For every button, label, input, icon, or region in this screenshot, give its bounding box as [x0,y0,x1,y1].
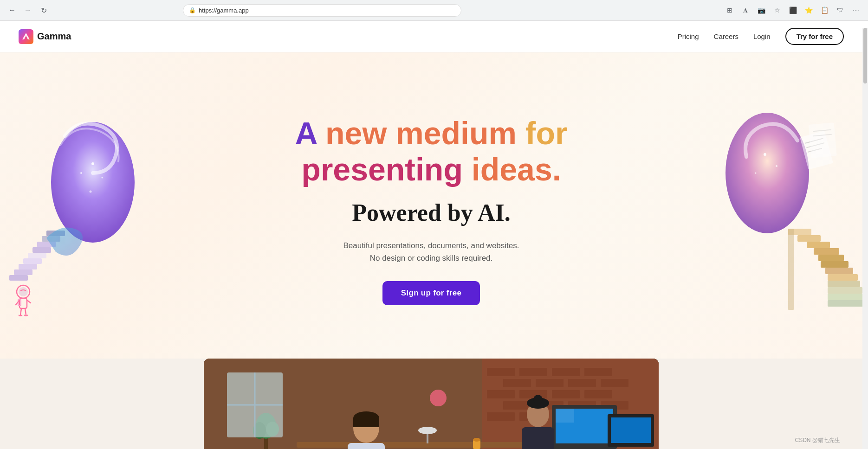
hero-title: A new medium for presenting ideas. [295,115,568,187]
svg-rect-59 [519,390,547,398]
svg-rect-50 [487,368,515,376]
svg-rect-77 [611,417,651,443]
forward-button[interactable]: → [21,4,34,17]
tab-action-btn[interactable]: ⊞ [723,4,736,17]
right-illustration-svg [695,80,862,349]
refresh-button[interactable]: ↻ [37,4,50,17]
svg-point-3 [80,172,82,174]
browser-actions: ⊞ 𝐀 📷 ☆ ⬛ ⭐ 📋 🛡 ⋯ [723,4,862,17]
left-illustration-svg [0,80,167,349]
svg-point-16 [19,287,28,296]
login-link[interactable]: Login [753,32,771,40]
scrollbar[interactable] [862,28,868,449]
more-btn[interactable]: ⋯ [849,4,862,17]
svg-rect-10 [28,253,46,258]
svg-point-2 [91,162,94,165]
office-scene-svg [204,359,659,449]
title-word-presenting: presenting [301,152,472,187]
svg-point-91 [418,427,437,434]
preview-video-inner [204,359,659,449]
logo[interactable]: Gamma [19,29,71,44]
svg-rect-7 [14,269,32,275]
svg-point-24 [764,153,766,156]
favorites-btn[interactable]: ⭐ [802,4,815,17]
svg-rect-39 [788,229,794,310]
svg-rect-33 [825,268,853,274]
pricing-link[interactable]: Pricing [678,32,699,40]
svg-rect-34 [828,274,858,281]
svg-rect-37 [828,294,862,300]
browser-toolbar: ← → ↻ 🔒 https://gamma.app ⊞ 𝐀 📷 ☆ ⬛ ⭐ 📋 … [0,0,868,20]
svg-rect-80 [353,418,379,427]
signup-button[interactable]: Sign up for free [382,281,480,305]
svg-rect-98 [227,372,283,437]
svg-rect-61 [584,390,612,398]
svg-point-25 [776,165,777,167]
nav-links: Pricing Careers Login Try for free [678,28,844,45]
svg-rect-54 [503,379,531,387]
svg-rect-86 [264,437,268,449]
browser-nav-buttons: ← → ↻ [6,4,50,17]
address-bar[interactable]: 🔒 https://gamma.app [183,4,461,17]
svg-point-94 [430,390,447,406]
svg-rect-38 [828,300,862,307]
svg-line-21 [20,308,21,315]
svg-rect-36 [828,287,862,294]
svg-rect-56 [568,379,596,387]
svg-rect-31 [818,255,844,261]
scrollbar-thumb[interactable] [863,28,867,83]
svg-point-23 [725,113,809,233]
lock-icon: 🔒 [189,7,196,13]
clipboard-btn[interactable]: 📋 [818,4,831,17]
hero-title-line2: presenting ideas. [295,151,568,187]
browser-chrome: ← → ↻ 🔒 https://gamma.app ⊞ 𝐀 📷 ☆ ⬛ ⭐ 📋 … [0,0,868,21]
logo-text: Gamma [37,31,71,42]
svg-rect-55 [536,379,564,387]
hero-title-line1: A new medium for [295,115,568,151]
svg-rect-8 [19,264,37,269]
svg-point-5 [90,191,92,193]
careers-link[interactable]: Careers [714,32,738,40]
svg-rect-28 [797,235,821,242]
svg-rect-81 [348,443,385,449]
split-view-btn[interactable]: ⬛ [786,4,799,17]
svg-point-84 [533,395,543,404]
svg-point-4 [102,177,103,179]
hero-section: A new medium for presenting ideas. Power… [0,52,862,359]
bookmark-star-btn[interactable]: ☆ [771,4,784,17]
hero-desc-line1: Beautiful presentations, documents, and … [343,241,519,250]
screenshot-btn[interactable]: 📷 [755,4,768,17]
title-word-for: for [525,115,568,151]
preview-video [204,359,659,449]
svg-rect-51 [519,368,547,376]
svg-rect-35 [828,281,860,287]
hero-illustration-right [695,80,862,349]
title-word-a: A [295,115,325,151]
svg-rect-62 [503,401,531,410]
svg-point-93 [473,438,480,442]
svg-rect-52 [552,368,580,376]
svg-rect-58 [487,390,515,398]
hero-description: Beautiful presentations, documents, and … [295,239,568,264]
hero-subtitle: Powered by AI. [295,199,568,226]
svg-rect-57 [601,379,628,387]
hero-desc-line2: No design or coding skills required. [370,254,493,263]
svg-rect-6 [9,275,28,281]
svg-rect-85 [522,427,554,449]
svg-rect-29 [807,242,830,248]
hero-illustration-left [0,80,167,349]
svg-point-26 [755,173,757,174]
title-word-medium: medium [395,115,525,151]
svg-line-22 [25,308,26,315]
font-btn[interactable]: 𝐀 [739,4,752,17]
back-button[interactable]: ← [6,4,19,17]
gamma-logo-icon [19,29,33,44]
svg-rect-30 [814,248,839,255]
svg-rect-32 [821,261,849,268]
svg-rect-60 [552,390,580,398]
title-word-new: new [325,115,395,151]
preview-section [0,359,862,449]
url-text: https://gamma.app [199,7,249,14]
shield-btn[interactable]: 🛡 [834,4,847,17]
try-free-button[interactable]: Try for free [785,28,844,45]
